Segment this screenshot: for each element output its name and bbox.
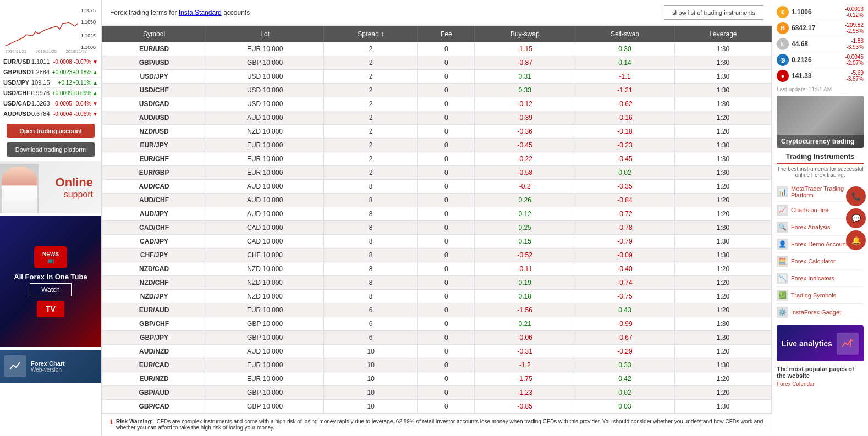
- table-row: GBP/CADGBP 10 000100-0.850.031:30: [102, 400, 772, 413]
- floating-buttons: 📞 💬 🔔: [846, 186, 868, 250]
- arrow-down-icon: ▼: [92, 59, 98, 65]
- live-analytics-text: Live analytics: [782, 339, 832, 348]
- crypto-row: B 6842.17 -209.82 -2.98%: [777, 20, 864, 36]
- warning-icon: ℹ: [110, 418, 113, 426]
- col-header-fee: Fee: [418, 26, 475, 42]
- phone-button[interactable]: 📞: [846, 186, 866, 206]
- currency-value: 1.3263: [31, 100, 53, 107]
- currency-change1: +0.12: [53, 80, 72, 86]
- crypto-icon: B: [777, 22, 789, 34]
- sidebar-link-icon: 📊: [777, 186, 788, 197]
- currency-row-eurusd[interactable]: EUR/USD 1.1011 -0.0008 -0.07% ▼: [0, 57, 101, 67]
- sidebar-link-icon: ⚙️: [777, 307, 788, 318]
- sidebar-link-text: Forex Indicators: [791, 275, 834, 282]
- crypto-list: € 1.1006 -0.0013 -0.12% B 6842.17 -209.8…: [777, 4, 864, 84]
- currency-row-audusd[interactable]: AUD/USD 0.6784 -0.0004 -0.06% ▼: [0, 109, 101, 119]
- crypto-value: 141.33: [792, 72, 846, 80]
- currency-change2: +0.09%: [72, 90, 91, 96]
- crypto-change1: -1.83: [851, 38, 864, 44]
- table-row: EUR/NZDEUR 10 000100-1.750.421:20: [102, 372, 772, 386]
- crypto-banner[interactable]: Cryptocurrency trading: [777, 96, 864, 148]
- sidebar-link-4[interactable]: 🧮 Forex Calculator: [777, 253, 864, 270]
- sidebar-link-icon: 📉: [777, 273, 788, 284]
- live-analytics-banner[interactable]: Live analytics: [777, 325, 864, 361]
- currency-name: EUR/USD: [3, 58, 31, 65]
- table-row: EUR/GBPEUR 10 00020-0.580.021:30: [102, 166, 772, 180]
- sidebar-link-text: Forex Analysis: [791, 224, 831, 230]
- news-logo: NEWS📺: [34, 246, 67, 268]
- tv-badge: TV: [37, 301, 64, 317]
- sidebar-link-icon: 📈: [777, 205, 788, 216]
- table-row: EUR/JPYEUR 10 00020-0.45-0.231:30: [102, 139, 772, 152]
- crypto-change1: -209.82: [845, 22, 864, 28]
- table-row: GBP/AUDGBP 10 000100-1.230.021:20: [102, 386, 772, 400]
- table-row: NZD/CADNZD 10 00080-0.11-0.401:20: [102, 262, 772, 276]
- forex-calendar-link[interactable]: Forex Calendar: [777, 379, 864, 389]
- col-header-leverage: Leverage: [674, 26, 771, 42]
- left-sidebar: 1.1075 1.1050 1.1025 1.1000 2019/11/21 2…: [0, 0, 102, 436]
- currency-change2: -0.06%: [72, 111, 91, 117]
- sidebar-link-5[interactable]: 📉 Forex Indicators: [777, 270, 864, 287]
- arrow-up-icon: ▲: [92, 80, 98, 86]
- online-label: Online: [56, 175, 93, 190]
- forex-terms-text: Forex trading terms for Insta.Standard a…: [110, 9, 250, 16]
- watch-button[interactable]: Watch: [30, 283, 72, 296]
- risk-warning-label: Risk Warning:: [116, 418, 153, 424]
- forex-chart-banner[interactable]: Forex Chart Web-version: [0, 350, 101, 383]
- currency-change2: -0.04%: [72, 101, 91, 107]
- table-row: GBP/JPYGBP 10 00060-0.06-0.671:30: [102, 331, 772, 345]
- crypto-change2: -0.12%: [846, 12, 864, 18]
- sidebar-link-7[interactable]: ⚙️ InstaForex Gadget: [777, 304, 864, 321]
- support-label: support: [56, 190, 93, 200]
- arrow-up-icon: ▲: [92, 90, 98, 96]
- popular-pages-title: The most popular pages of the website: [777, 366, 864, 379]
- svg-rect-7: [850, 339, 851, 347]
- col-header-sell-swap: Sell-swap: [575, 26, 675, 42]
- online-support-banner: Online support: [0, 161, 101, 213]
- open-account-button[interactable]: Open trading account: [7, 124, 95, 138]
- currency-change2: -0.07%: [72, 59, 91, 65]
- notification-button[interactable]: 🔔: [846, 230, 866, 250]
- trading-instruments-title: Trading Instruments: [777, 152, 864, 164]
- currency-name: USD/CAD: [3, 100, 31, 107]
- currency-value: 0.6784: [31, 111, 53, 117]
- currency-row-usdcad[interactable]: USD/CAD 1.3263 -0.0005 -0.04% ▼: [0, 98, 101, 109]
- currency-row-usdjpy[interactable]: USD/JPY 109.15 +0.12 +0.11% ▲: [0, 78, 101, 88]
- table-row: CAD/JPYCAD 10 000800.15-0.791:30: [102, 235, 772, 249]
- sidebar-link-text: Charts on-line: [791, 207, 828, 213]
- chat-button[interactable]: 💬: [846, 208, 866, 228]
- last-update: Last update: 11:51 AM: [777, 86, 864, 92]
- currency-name: AUD/USD: [3, 111, 31, 117]
- sidebar-link-6[interactable]: 💹 Trading Symbols: [777, 287, 864, 304]
- crypto-value: 1.1006: [792, 8, 845, 16]
- crypto-change1: -5.69: [851, 70, 864, 76]
- chart-banner-icon: [4, 355, 26, 377]
- sidebar-link-icon: 🧮: [777, 256, 788, 267]
- currency-row-gbpusd[interactable]: GBP/USD 1.2884 +0.0023 +0.18% ▲: [0, 67, 101, 78]
- news-tv-banner: NEWS📺 All Forex in One Tube Watch TV: [0, 216, 101, 347]
- table-row: EUR/CHFEUR 10 00020-0.22-0.451:30: [102, 152, 772, 166]
- mini-chart: 1.1075 1.1050 1.1025 1.1000 2019/11/21 2…: [0, 4, 101, 57]
- crypto-banner-text: Cryptocurrency trading: [777, 135, 864, 148]
- main-header: Forex trading terms for Insta.Standard a…: [102, 0, 772, 26]
- sidebar-link-text: InstaForex Gadget: [791, 309, 841, 316]
- currency-value: 109.15: [31, 79, 53, 86]
- show-list-button[interactable]: show list of trading instruments: [664, 5, 763, 20]
- currency-value: 1.2884: [31, 69, 52, 75]
- crypto-value: 6842.17: [792, 24, 845, 32]
- insta-standard-link[interactable]: Insta.Standard: [179, 9, 222, 16]
- currency-change2: +0.11%: [72, 80, 91, 86]
- crypto-row: € 1.1006 -0.0013 -0.12%: [777, 4, 864, 20]
- sidebar-link-text: Trading Symbols: [791, 292, 836, 299]
- download-platform-button[interactable]: Download trading platform: [7, 142, 95, 157]
- trading-instruments-subtitle: The best instruments for successful onli…: [777, 166, 864, 178]
- currency-name: USD/JPY: [3, 79, 31, 86]
- arrow-up-icon: ▲: [92, 69, 98, 75]
- currency-row-usdchf[interactable]: USD/CHF 0.9976 +0.0009 +0.09% ▲: [0, 88, 101, 98]
- table-row: EUR/CADEUR 10 000100-1.20.331:30: [102, 358, 772, 372]
- currency-list: EUR/USD 1.1011 -0.0008 -0.07% ▼ GBP/USD …: [0, 57, 101, 119]
- crypto-change1: -0.0045: [845, 54, 864, 60]
- table-row: EUR/AUDEUR 10 00060-1.560.431:20: [102, 303, 772, 317]
- arrow-down-icon: ▼: [92, 111, 98, 117]
- crypto-changes: -0.0045 -2.07%: [845, 54, 864, 66]
